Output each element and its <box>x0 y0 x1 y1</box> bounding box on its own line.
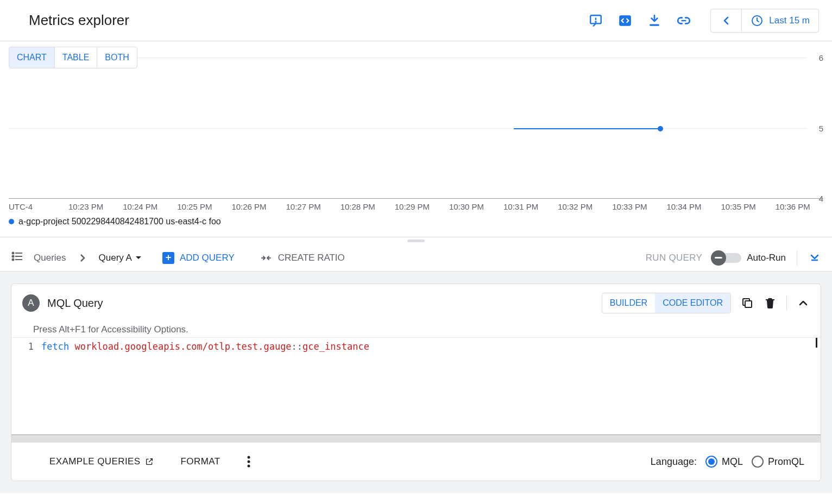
x-tick: 10:32 PM <box>558 202 593 211</box>
code-editor-button[interactable]: CODE EDITOR <box>655 293 730 313</box>
add-query-label: ADD QUERY <box>180 253 235 263</box>
collapse-panel-icon[interactable] <box>797 297 810 310</box>
delete-icon[interactable] <box>764 297 777 310</box>
x-tick: 10:25 PM <box>177 202 212 211</box>
x-tick: 10:27 PM <box>286 202 321 211</box>
legend-label: a-gcp-project 5002298440842481700 us-eas… <box>18 217 221 226</box>
chart-series-line <box>514 128 660 129</box>
collapse-button[interactable] <box>808 250 821 265</box>
caret-down-icon <box>135 256 142 260</box>
tab-chart[interactable]: CHART <box>9 47 55 68</box>
tab-table[interactable]: TABLE <box>55 47 98 68</box>
svg-point-11 <box>12 259 14 261</box>
svg-point-15 <box>248 461 250 463</box>
time-range-prev-button[interactable] <box>711 9 742 32</box>
radio-promql[interactable]: PromQL <box>752 456 804 468</box>
time-range-button[interactable]: Last 15 m <box>742 14 818 27</box>
svg-point-14 <box>248 456 250 459</box>
svg-point-10 <box>12 256 14 257</box>
line-number: 1 <box>11 338 41 434</box>
example-queries-button[interactable]: EXAMPLE QUERIES <box>49 456 154 467</box>
svg-point-16 <box>248 465 250 468</box>
external-link-icon <box>145 457 154 466</box>
app-header: Metrics explorer Last 15 m <box>0 0 832 41</box>
horizontal-scrollbar[interactable] <box>11 435 821 443</box>
queries-list-icon[interactable] <box>11 250 24 266</box>
x-tick: 10:29 PM <box>395 202 430 211</box>
query-title: MQL Query <box>47 297 103 310</box>
y-tick: 6 <box>819 53 823 62</box>
radio-mql[interactable]: MQL <box>705 456 743 468</box>
chart-legend: a-gcp-project 5002298440842481700 us-eas… <box>9 211 823 226</box>
example-queries-label: EXAMPLE QUERIES <box>49 456 141 467</box>
language-selector: Language: MQL PromQL <box>651 456 804 468</box>
x-tick: 10:23 PM <box>68 202 103 211</box>
accessibility-hint: Press Alt+F1 for Accessibility Options. <box>11 322 821 337</box>
chart-plot[interactable]: 6 5 4 <box>9 58 823 199</box>
current-query-dropdown[interactable]: Query A <box>99 253 142 263</box>
svg-point-2 <box>596 21 596 22</box>
auto-run-label: Auto-Run <box>747 253 786 263</box>
add-query-button[interactable]: + ADD QUERY <box>162 252 235 264</box>
x-tick: 10:33 PM <box>612 202 647 211</box>
x-tick: 10:35 PM <box>721 202 756 211</box>
tab-both[interactable]: BOTH <box>97 47 136 68</box>
token-resource: gce_instance <box>302 341 369 352</box>
editor-mode-toggle: BUILDER CODE EDITOR <box>602 293 731 313</box>
x-tick: 10:30 PM <box>449 202 484 211</box>
svg-rect-3 <box>620 15 632 26</box>
chart-x-axis: UTC-4 10:23 PM 10:24 PM 10:25 PM 10:26 P… <box>9 199 823 211</box>
x-tick: 10:24 PM <box>123 202 157 211</box>
query-bar: Queries Query A + ADD QUERY CREATE RATIO… <box>0 244 832 272</box>
ratio-icon <box>261 254 272 262</box>
view-mode-toggle: CHART TABLE BOTH <box>9 47 137 68</box>
query-badge: A <box>22 294 40 312</box>
current-query-label: Query A <box>99 253 132 263</box>
code-line: fetch workload.googleapis.com/otlp.test.… <box>41 338 369 434</box>
query-panel: A MQL Query BUILDER CODE EDITOR Pres <box>11 284 821 481</box>
x-tick: 10:26 PM <box>231 202 266 211</box>
x-tick: 10:36 PM <box>776 202 810 211</box>
panel-header: A MQL Query BUILDER CODE EDITOR <box>11 284 821 322</box>
language-label: Language: <box>651 456 697 468</box>
svg-point-9 <box>12 253 14 254</box>
token-path: workload.googleapis.com/otlp.test.gauge <box>74 341 291 352</box>
time-range-picker: Last 15 m <box>710 9 819 33</box>
legend-swatch <box>9 219 14 224</box>
more-menu-button[interactable] <box>247 456 250 468</box>
code-editor[interactable]: 1 fetch workload.googleapis.com/otlp.tes… <box>11 337 821 435</box>
resize-handle[interactable] <box>0 237 832 244</box>
svg-rect-4 <box>650 24 659 26</box>
divider <box>786 295 787 311</box>
y-tick: 5 <box>819 123 823 133</box>
run-query-button[interactable]: RUN QUERY <box>646 253 702 263</box>
kebab-icon <box>247 456 250 468</box>
queries-label: Queries <box>34 253 66 263</box>
create-ratio-button[interactable]: CREATE RATIO <box>261 253 345 263</box>
feedback-icon[interactable] <box>589 14 603 28</box>
timezone-label: UTC-4 <box>9 202 41 211</box>
x-tick: 10:28 PM <box>341 202 375 211</box>
radio-mql-label: MQL <box>722 456 743 468</box>
x-tick: 10:31 PM <box>503 202 538 211</box>
builder-button[interactable]: BUILDER <box>602 293 655 313</box>
header-actions: Last 15 m <box>589 9 823 33</box>
divider <box>797 250 797 266</box>
x-tick: 10:34 PM <box>666 202 701 211</box>
code-icon[interactable] <box>618 14 632 28</box>
create-ratio-label: CREATE RATIO <box>278 253 345 263</box>
auto-run-toggle[interactable]: Auto-Run <box>713 253 786 263</box>
download-icon[interactable] <box>647 14 661 28</box>
y-tick: 4 <box>819 194 823 203</box>
chart-area: 6 5 4 UTC-4 10:23 PM 10:24 PM 10:25 PM 1… <box>9 47 823 237</box>
link-icon[interactable] <box>677 14 691 28</box>
radio-promql-label: PromQL <box>768 456 804 468</box>
chevron-right-icon <box>76 251 89 264</box>
plus-icon: + <box>162 252 174 264</box>
time-range-label: Last 15 m <box>769 15 810 26</box>
copy-icon[interactable] <box>741 297 754 310</box>
token-keyword: fetch <box>41 341 69 352</box>
page-title: Metrics explorer <box>22 7 136 34</box>
token-punct: :: <box>292 341 302 352</box>
format-button[interactable]: FORMAT <box>181 456 220 467</box>
